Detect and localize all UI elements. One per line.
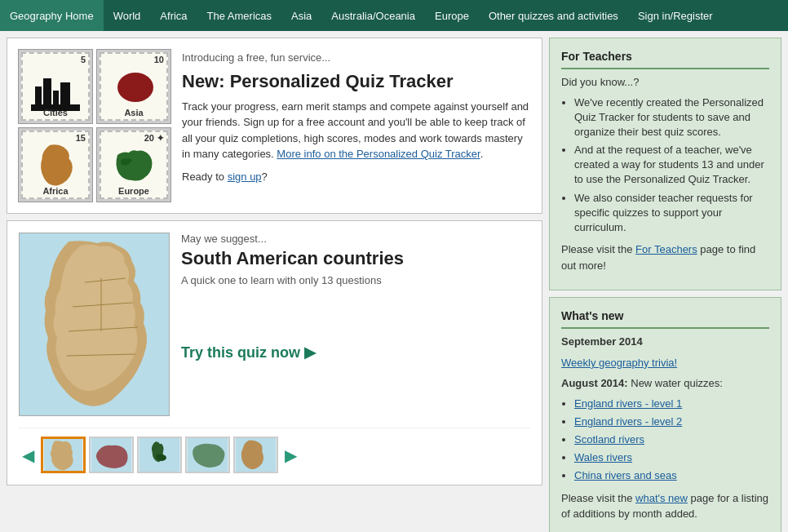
whats-new-link-4[interactable]: Wales rivers (574, 451, 632, 463)
nav-australia[interactable]: Australia/Oceania (321, 0, 425, 31)
stamp-africa[interactable]: 15 Africa (19, 128, 92, 202)
main-nav: Geography Home World Africa The Americas… (0, 0, 788, 31)
stamp-asia-label: Asia (124, 108, 143, 117)
thumb-asia[interactable] (89, 437, 134, 473)
thumb-africa-icon (235, 438, 277, 472)
suggest-heading: May we suggest... (181, 233, 530, 245)
nav-europe[interactable]: Europe (425, 0, 479, 31)
for-teachers-intro: Did you know...? (561, 74, 769, 91)
whats-new-title: What's new (561, 309, 769, 329)
for-teachers-link[interactable]: For Teachers (635, 243, 697, 255)
stamp-europe-icon (109, 143, 158, 188)
page-container: 5 Cities 10 (0, 31, 788, 532)
whats-new-link-2[interactable]: England rivers - level 2 (574, 415, 682, 428)
thumb-strip: ◀ (19, 428, 530, 473)
for-teachers-list: We've recently created the Personalized … (574, 95, 769, 236)
nav-signin[interactable]: Sign in/Register (628, 0, 723, 31)
svg-rect-0 (35, 86, 42, 107)
stamp-africa-icon (33, 141, 78, 188)
whats-new-sep-date: September 2014 (561, 334, 769, 350)
stamp-cities-label: Cities (43, 108, 68, 117)
suggest-title: South American countries (181, 248, 530, 269)
stamp-asia-icon (109, 64, 158, 109)
nav-americas[interactable]: The Americas (197, 0, 281, 31)
whats-new-footer-link[interactable]: what's new (635, 492, 688, 504)
whats-new-box: What's new September 2014 Weekly geograp… (549, 297, 781, 532)
for-teachers-item-3: We also consider teacher requests for sp… (574, 191, 769, 236)
thumb-next-arrow[interactable]: ▶ (281, 444, 300, 467)
thumb-europe[interactable] (185, 437, 230, 473)
stamp-africa-number: 15 (76, 133, 86, 143)
right-column: For Teachers Did you know...? We've rece… (549, 38, 781, 532)
intro-heading: Introducing a free, fun service... (182, 50, 530, 66)
intro-box: 5 Cities 10 (7, 38, 542, 214)
svg-rect-1 (43, 78, 51, 107)
stamp-europe-label: Europe (118, 186, 149, 196)
south-america-map (20, 233, 170, 416)
stamp-cities-number: 5 (81, 55, 86, 64)
intro-title: New: Personalized Quiz Tracker (182, 71, 530, 92)
intro-ready: Ready to sign up? (182, 169, 530, 185)
intro-body: Track your progress, earn merit stamps a… (182, 99, 530, 162)
svg-rect-2 (53, 91, 59, 107)
thumb-uk[interactable] (137, 437, 182, 473)
nav-africa[interactable]: Africa (150, 0, 197, 31)
whats-new-link-3[interactable]: Scotland rivers (574, 433, 644, 446)
whats-new-list: England rivers - level 1 England rivers … (574, 397, 769, 484)
svg-rect-3 (60, 82, 70, 107)
signup-link[interactable]: sign up (228, 171, 262, 183)
stamp-section: 5 Cities 10 (19, 50, 530, 202)
nav-other[interactable]: Other quizzes and activities (479, 0, 628, 31)
whats-new-link-1[interactable]: England rivers - level 1 (574, 397, 682, 410)
for-teachers-box: For Teachers Did you know...? We've rece… (549, 38, 781, 290)
nav-asia[interactable]: Asia (281, 0, 321, 31)
stamp-cities[interactable]: 5 Cities (19, 50, 92, 123)
thumb-prev-arrow[interactable]: ◀ (19, 444, 38, 467)
svg-point-5 (117, 73, 153, 102)
stamps-grid: 5 Cities 10 (19, 50, 170, 202)
whats-new-footer: Please visit the what's new page for a l… (561, 490, 769, 522)
thumb-asia-icon (91, 438, 132, 472)
stamp-asia-number: 10 (154, 55, 164, 64)
whats-new-sep-link[interactable]: Weekly geography trivia! (561, 357, 677, 369)
try-quiz-button[interactable]: Try this quiz now (181, 344, 316, 361)
suggest-map (19, 233, 170, 416)
stamp-cities-icon (31, 62, 80, 111)
thumb-uk-icon (139, 438, 180, 472)
whats-new-link-5[interactable]: China rivers and seas (574, 469, 677, 481)
suggest-subtitle: A quick one to learn with only 13 questi… (181, 274, 530, 286)
stamp-europe-number: 20 ✦ (144, 133, 164, 144)
suggest-box: May we suggest... South American countri… (7, 220, 542, 485)
stamp-africa-label: Africa (42, 186, 68, 196)
stamp-asia[interactable]: 10 Asia (97, 50, 170, 123)
intro-tracker-link[interactable]: More info on the Personalized Quiz Track… (277, 148, 480, 160)
nav-world[interactable]: World (104, 0, 151, 31)
intro-text: Introducing a free, fun service... New: … (182, 50, 530, 191)
for-teachers-item-2: And at the request of a teacher, we've c… (574, 143, 769, 188)
nav-geography-home[interactable]: Geography Home (0, 0, 104, 31)
for-teachers-item-1: We've recently created the Personalized … (574, 95, 769, 140)
suggest-content: May we suggest... South American countri… (181, 233, 530, 361)
thumb-africa[interactable] (233, 437, 278, 473)
thumb-south-america[interactable] (41, 437, 86, 473)
whats-new-aug-intro: August 2014: New water quizzes: (561, 375, 769, 392)
thumb-europe-icon (187, 438, 228, 472)
for-teachers-footer: Please visit the For Teachers page to fi… (561, 242, 769, 273)
suggest-section: May we suggest... South American countri… (19, 233, 530, 416)
for-teachers-title: For Teachers (561, 50, 769, 69)
stamp-europe[interactable]: 20 ✦ Europe (97, 128, 170, 202)
thumb-south-america-icon (43, 439, 83, 471)
left-column: 5 Cities 10 (7, 38, 542, 532)
